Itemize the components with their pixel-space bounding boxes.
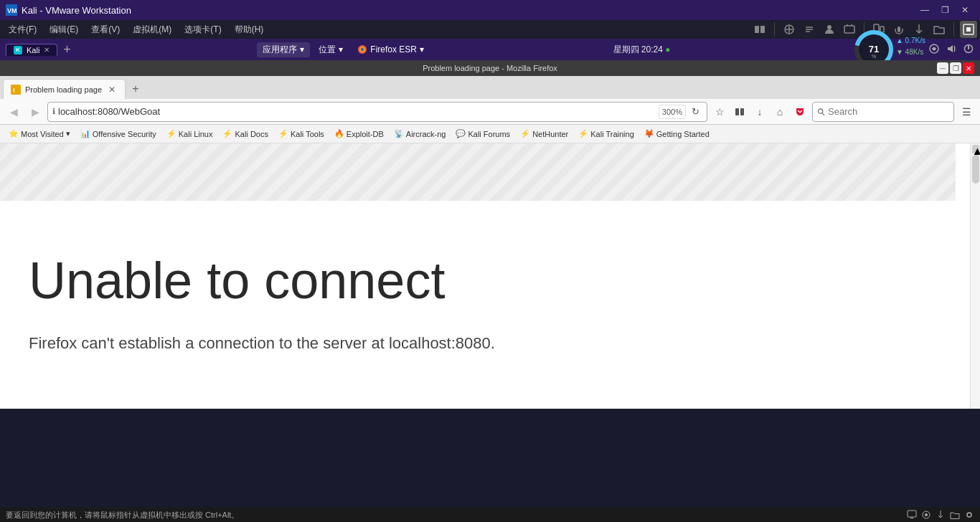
firefox-window: Problem loading page - Mozilla Firefox ─… xyxy=(0,60,980,409)
kali-forums-icon: 💬 xyxy=(456,129,466,138)
bookmark-kali-docs[interactable]: ⚡ Kali Docs xyxy=(218,128,272,140)
maximize-button[interactable]: ❐ xyxy=(936,3,954,17)
vmware-window-controls: — ❐ ✕ xyxy=(915,3,974,17)
kali-tab-label: Kali xyxy=(27,46,39,54)
reload-button[interactable]: ↻ xyxy=(689,106,702,117)
svg-point-34 xyxy=(967,513,971,517)
menu-view[interactable]: 查看(V) xyxy=(85,22,126,37)
add-vm-tab[interactable]: + xyxy=(60,42,74,57)
bookmark-offensive-security[interactable]: 📊 Offensive Security xyxy=(76,128,161,140)
forward-button[interactable]: ▶ xyxy=(26,103,44,121)
error-title: Unable to connect xyxy=(29,251,941,310)
bookmark-star[interactable]: ☆ xyxy=(710,103,729,121)
places-menu-label: 位置 xyxy=(319,44,336,56)
usb-status-icon xyxy=(936,510,946,520)
search-icon xyxy=(817,108,825,116)
scrollbar-thumb[interactable] xyxy=(972,155,979,184)
svg-text:VM: VM xyxy=(7,7,17,14)
firefox-active-tab[interactable]: ! Problem loading page ✕ xyxy=(3,79,126,99)
scrollbar-up[interactable]: ▲ xyxy=(972,145,979,153)
datetime-display: 星期四 20:24 ● xyxy=(613,44,671,54)
vmware-title: Kali - VMware Workstation xyxy=(22,5,131,16)
firefox-close[interactable]: ✕ xyxy=(963,62,974,74)
new-tab-button[interactable]: + xyxy=(126,79,146,99)
places-menu-arrow: ▾ xyxy=(339,44,343,54)
sound-icon[interactable] xyxy=(946,43,957,57)
vmware-menubar: 文件(F) 编辑(E) 查看(V) 虚拟机(M) 选项卡(T) 帮助(H) xyxy=(0,20,980,39)
firefox-tabbar: ! Problem loading page ✕ + xyxy=(0,76,980,99)
menu-button[interactable]: ☰ xyxy=(957,103,976,121)
firefox-restore[interactable]: ❐ xyxy=(950,62,961,74)
svg-point-15 xyxy=(361,48,364,51)
kali-topbar: K Kali ✕ + 应用程序 ▾ 位置 ▾ Firefox ESR ▾ 星期四… xyxy=(0,39,980,60)
upload-speed: ▲ 0.7K/s xyxy=(896,35,925,47)
firefox-navbar: ◀ ▶ ℹ 300% ↻ ☆ ↓ ⌂ ☰ xyxy=(0,99,980,125)
bookmark-exploit-db[interactable]: 🔥 Exploit-DB xyxy=(330,128,388,140)
search-input[interactable] xyxy=(828,106,949,117)
back-button[interactable]: ◀ xyxy=(4,103,23,121)
bookmark-aircrack[interactable]: 📡 Aircrack-ng xyxy=(390,128,451,140)
url-bar-input[interactable] xyxy=(58,106,656,117)
firefox-menu-arrow: ▾ xyxy=(420,44,424,54)
url-bar-container[interactable]: ℹ 300% ↻ xyxy=(47,102,707,122)
most-visited-arrow: ▾ xyxy=(66,129,70,138)
settings-status-icon xyxy=(964,510,974,520)
bookmark-kali-training[interactable]: ⚡ Kali Training xyxy=(574,128,639,140)
net-speeds: ▲ 0.7K/s ▼ 48K/s xyxy=(896,35,925,58)
pocket-btn[interactable] xyxy=(791,103,809,121)
toolbar-icon-4[interactable] xyxy=(821,21,838,38)
svg-rect-31 xyxy=(910,518,913,518)
security-icon: ℹ xyxy=(52,107,55,116)
bookmark-nethunter[interactable]: ⚡ NetHunter xyxy=(516,128,573,140)
toolbar-icon-1[interactable] xyxy=(751,21,768,38)
bookmark-kali-forums[interactable]: 💬 Kali Forums xyxy=(451,128,514,140)
toolbar-icon-2[interactable] xyxy=(781,21,798,38)
page-content: Unable to connect Firefox can't establis… xyxy=(0,143,970,409)
firefox-bookmarks: ⭐ Most Visited ▾ 📊 Offensive Security ⚡ … xyxy=(0,125,980,143)
minimize-button[interactable]: — xyxy=(915,3,934,17)
tab-close-btn[interactable]: ✕ xyxy=(106,84,118,95)
search-bar-container[interactable] xyxy=(812,102,954,122)
firefox-menu[interactable]: Firefox ESR ▾ xyxy=(352,43,430,56)
firefox-titlebar: Problem loading page - Mozilla Firefox ─… xyxy=(0,60,980,76)
kali-topbar-left: K Kali ✕ + xyxy=(6,42,74,57)
browser-scrollbar[interactable]: ▲ xyxy=(970,143,980,409)
monitor-icon xyxy=(907,510,917,520)
reader-view[interactable] xyxy=(730,103,749,121)
svg-point-7 xyxy=(827,25,831,29)
power-icon[interactable] xyxy=(963,43,974,57)
menu-edit[interactable]: 编辑(E) xyxy=(44,22,84,37)
menu-tabs[interactable]: 选项卡(T) xyxy=(179,22,227,37)
apps-menu-arrow: ▾ xyxy=(300,44,304,54)
svg-text:%: % xyxy=(872,54,876,59)
menu-help[interactable]: 帮助(H) xyxy=(229,22,270,37)
getting-started-icon: 🦊 xyxy=(644,129,654,138)
menu-file[interactable]: 文件(F) xyxy=(3,22,42,37)
kali-tab-close[interactable]: ✕ xyxy=(44,46,50,54)
kali-vm-tab[interactable]: K Kali ✕ xyxy=(6,44,57,56)
downloads-btn[interactable]: ↓ xyxy=(750,103,769,121)
error-diagonal-pattern xyxy=(0,143,956,201)
svg-text:!: ! xyxy=(13,87,15,94)
svg-rect-30 xyxy=(908,511,916,517)
kali-app-area: 应用程序 ▾ 位置 ▾ Firefox ESR ▾ xyxy=(257,42,430,57)
firefox-minimize[interactable]: ─ xyxy=(937,62,948,74)
apps-menu[interactable]: 应用程序 ▾ xyxy=(257,42,310,57)
bookmark-kali-tools[interactable]: ⚡ Kali Tools xyxy=(274,128,329,140)
home-btn[interactable]: ⌂ xyxy=(771,103,789,121)
svg-rect-26 xyxy=(735,108,739,115)
close-button[interactable]: ✕ xyxy=(956,3,974,17)
nethunter-icon: ⚡ xyxy=(520,129,530,138)
bookmark-getting-started[interactable]: 🦊 Getting Started xyxy=(640,128,714,140)
network-icon[interactable] xyxy=(928,43,940,57)
toolbar-icon-3[interactable] xyxy=(801,21,818,38)
bookmark-kali-linux[interactable]: ⚡ Kali Linux xyxy=(162,128,217,140)
zoom-level[interactable]: 300% xyxy=(659,105,686,119)
menu-vm[interactable]: 虚拟机(M) xyxy=(127,22,177,37)
places-menu[interactable]: 位置 ▾ xyxy=(313,42,349,57)
offensive-security-icon: 📊 xyxy=(80,129,90,138)
firefox-window-controls: ─ ❐ ✕ xyxy=(937,62,974,74)
kali-datetime: 星期四 20:24 ● xyxy=(613,44,671,56)
svg-rect-3 xyxy=(760,26,765,33)
bookmark-most-visited[interactable]: ⭐ Most Visited ▾ xyxy=(4,128,75,140)
